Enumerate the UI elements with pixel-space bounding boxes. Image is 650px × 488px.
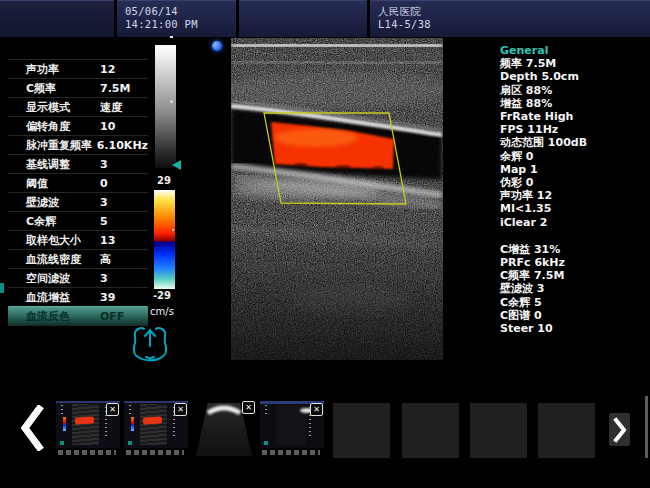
parameter-row[interactable]: 血流增益 39	[8, 287, 148, 306]
readout-row: 壁滤波 3	[500, 282, 650, 295]
velocity-min: -29	[142, 290, 182, 301]
parameter-label: C余辉	[26, 214, 100, 229]
general-readouts: 频率 7.5M Depth 5.0cm 扇区 88% 增益 88% FrRate…	[500, 57, 650, 229]
readout-row: 扇区 88%	[500, 84, 650, 97]
parameter-row[interactable]: 壁滤波 3	[8, 192, 148, 211]
scale-tick	[170, 36, 173, 38]
color-readouts: C增益 31% PRFc 6kHz C频率 7.5M 壁滤波 3 C余辉 5 C…	[500, 243, 650, 335]
parameter-label: 壁滤波	[26, 195, 100, 210]
readout-row: PRFc 6kHz	[500, 256, 650, 269]
parameter-row[interactable]: C频率 7.5M	[8, 78, 148, 97]
parameter-label: 阈值	[26, 176, 100, 191]
readout-row: 频率 7.5M	[500, 57, 650, 70]
readout-row: C图谱 0	[500, 309, 650, 322]
thumb-filmstrip-dots	[58, 450, 116, 455]
empty-thumbnail-slot	[333, 403, 390, 458]
parameter-row[interactable]: 显示模式 速度	[8, 97, 148, 116]
top-bar-logo-area	[0, 0, 114, 37]
parameter-value: 3	[100, 272, 108, 285]
close-icon[interactable]: ✕	[106, 403, 119, 416]
parameter-value: 10	[100, 120, 115, 133]
parameter-label: 脉冲重复频率	[26, 138, 97, 153]
parameter-value: 3	[100, 158, 108, 171]
parameter-row[interactable]: 血流线密度 高	[8, 249, 148, 268]
datetime-display: 05/06/14 14:21:00 PM	[117, 0, 236, 37]
parameter-label: 取样包大小	[26, 233, 100, 248]
thumb-text-specks	[61, 405, 63, 415]
empty-thumbnail-slot	[402, 403, 459, 458]
thumb-colorbar	[63, 417, 66, 431]
parameter-label: 空间滤波	[26, 271, 100, 286]
parameter-value: OFF	[100, 310, 124, 323]
thumb-image	[72, 404, 99, 445]
velocity-max: 29	[144, 175, 184, 186]
parameter-value: 12	[100, 63, 115, 76]
thumbnail-1[interactable]: ✕	[56, 401, 120, 448]
parameter-value: 7.5M	[100, 82, 130, 95]
thumbnail-4[interactable]: ✕	[260, 401, 324, 448]
focus-marker-icon[interactable]	[172, 160, 181, 170]
thumbnails-scroll-right-icon	[611, 416, 629, 444]
thumbnail-3[interactable]: ✕	[192, 399, 256, 458]
readout-row: C余辉 5	[500, 296, 650, 309]
readout-gap	[500, 229, 650, 243]
parameter-label: 显示模式	[26, 100, 100, 115]
parameter-label: 偏转角度	[26, 119, 100, 134]
readout-row: 余辉 0	[500, 150, 650, 163]
edge-marker	[0, 283, 4, 293]
readout-row: FPS 11Hz	[500, 123, 650, 136]
empty-thumbnail-slot	[538, 403, 595, 458]
parameter-value: 高	[100, 252, 111, 267]
empty-thumbnail-slot	[470, 403, 527, 458]
readout-row: 伪彩 0	[500, 176, 650, 189]
parameter-label: C频率	[26, 81, 100, 96]
thumb-marker	[264, 441, 268, 445]
parameter-row[interactable]: 脉冲重复频率 6.10KHz	[8, 135, 148, 154]
color-scale-bar	[154, 190, 175, 289]
close-icon[interactable]: ✕	[310, 403, 323, 416]
time-text: 14:21:00 PM	[125, 18, 236, 31]
readout-row: 声功率 12	[500, 189, 650, 202]
thumb-text-specks	[129, 405, 131, 415]
parameter-value: 6.10KHz	[97, 139, 148, 152]
readout-row: 增益 88%	[500, 97, 650, 110]
scale-marker-dot	[172, 285, 174, 287]
parameter-value: 39	[100, 291, 115, 304]
thumb-filmstrip-dots	[262, 450, 320, 455]
exam-info: 人民医院 L14-5/38	[370, 0, 650, 37]
readout-panel: General 频率 7.5M Depth 5.0cm 扇区 88% 增益 88…	[500, 44, 650, 335]
parameter-value: 速度	[100, 100, 122, 115]
close-icon[interactable]: ✕	[242, 401, 255, 414]
parameter-row[interactable]: C余辉 5	[8, 211, 148, 230]
parameter-value: 5	[100, 215, 108, 228]
thumb-image	[276, 405, 306, 445]
velocity-unit: cm/s	[142, 306, 182, 317]
parameter-value: 13	[100, 234, 115, 247]
thumb-filmstrip-dots	[126, 450, 184, 455]
thumbnail-2[interactable]: ✕	[124, 401, 188, 448]
probe-model: L14-5/38	[378, 18, 650, 31]
readout-row: Depth 5.0cm	[500, 70, 650, 83]
close-icon[interactable]: ✕	[174, 403, 187, 416]
thumbnails-scroll-left-icon[interactable]	[18, 405, 46, 451]
parameter-row[interactable]: 声功率 12	[8, 59, 148, 78]
parameter-row[interactable]: 空间滤波 3	[8, 268, 148, 287]
parameter-row[interactable]: 基线调整 3	[8, 154, 148, 173]
parameter-label: 声功率	[26, 62, 100, 77]
readout-row: iClear 2	[500, 216, 650, 229]
scale-marker-dot	[172, 229, 174, 231]
body-marker-icon[interactable]	[124, 320, 176, 372]
thumb-doppler-blob	[143, 416, 162, 424]
parameter-row[interactable]: 偏转角度 10	[8, 116, 148, 135]
parameter-row[interactable]: 取样包大小 13	[8, 230, 148, 249]
thumbnails-scroll-right[interactable]	[609, 413, 630, 446]
top-bar: 05/06/14 14:21:00 PM 人民医院 L14-5/38	[0, 0, 650, 37]
readout-row: C增益 31%	[500, 243, 650, 256]
readout-row: C频率 7.5M	[500, 269, 650, 282]
thumbnail-strip-scrollbar[interactable]	[645, 396, 648, 458]
ultrasound-image[interactable]	[231, 38, 443, 360]
thumb-marker	[128, 441, 132, 445]
gray-scale-bar	[155, 45, 176, 168]
parameter-row[interactable]: 阈值 0	[8, 173, 148, 192]
readout-row: 动态范围 100dB	[500, 136, 650, 149]
